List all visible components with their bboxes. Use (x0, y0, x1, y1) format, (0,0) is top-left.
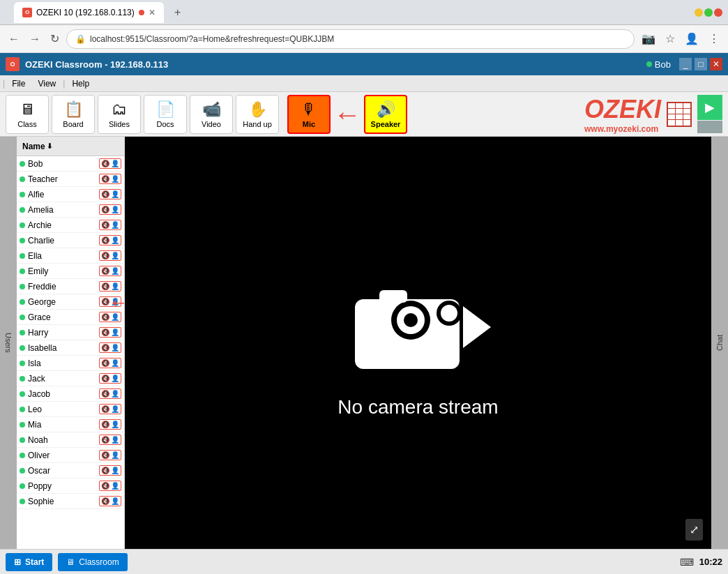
refresh-button[interactable]: ↻ (47, 29, 62, 48)
start-button[interactable]: ⊞ Start (6, 553, 52, 571)
mic-toggle-icon[interactable]: 🔇 (101, 298, 109, 305)
person-icon[interactable]: 👤 (111, 328, 119, 336)
user-action-icons[interactable]: 🔇👤 (99, 404, 121, 414)
mic-toggle-icon[interactable]: 🔇 (101, 451, 109, 459)
profile-button[interactable]: 👤 (682, 29, 702, 48)
user-action-icons[interactable]: 🔇👤 (99, 158, 121, 169)
app-close-button[interactable]: ✕ (710, 58, 722, 70)
person-icon[interactable]: 👤 (111, 313, 119, 321)
user-action-icons[interactable]: 🔇👤 (99, 312, 121, 322)
handup-button[interactable]: ✋ Hand up (236, 95, 279, 134)
person-icon[interactable]: 👤 (111, 405, 119, 413)
docs-button[interactable]: 📄 Docs (144, 95, 187, 134)
person-icon[interactable]: 👤 (111, 467, 119, 474)
window-maximize-button[interactable] (704, 8, 713, 17)
user-action-icons[interactable]: 🔇👤 (99, 481, 121, 491)
user-action-icons[interactable]: 🔇👤 (99, 388, 121, 399)
person-icon[interactable]: 👤 (111, 298, 119, 305)
keyboard-icon[interactable]: ⌨ (680, 557, 694, 568)
forward-button[interactable]: → (26, 30, 43, 48)
person-icon[interactable]: 👤 (111, 390, 119, 398)
window-close-button[interactable] (714, 8, 722, 17)
person-icon[interactable]: 👤 (111, 190, 119, 198)
user-action-icons[interactable]: 🔇👤 (99, 189, 121, 199)
mic-toggle-icon[interactable]: 🔇 (101, 359, 109, 367)
mic-toggle-icon[interactable]: 🔇 (101, 190, 109, 198)
mic-toggle-icon[interactable]: 🔇 (101, 436, 109, 444)
person-icon[interactable]: 👤 (111, 344, 119, 352)
user-action-icons[interactable]: 🔇👤 (99, 373, 121, 384)
mic-toggle-icon[interactable]: 🔇 (101, 160, 109, 167)
mic-toggle-icon[interactable]: 🔇 (101, 252, 109, 259)
users-tab[interactable]: Users (0, 137, 17, 549)
person-icon[interactable]: 👤 (111, 175, 119, 183)
mic-toggle-icon[interactable]: 🔇 (101, 344, 109, 352)
mic-toggle-icon[interactable]: 🔇 (101, 282, 109, 290)
new-tab-button[interactable]: + (169, 4, 186, 21)
person-icon[interactable]: 👤 (111, 482, 119, 490)
mic-toggle-icon[interactable]: 🔇 (101, 497, 109, 505)
person-icon[interactable]: 👤 (111, 375, 119, 382)
app-maximize-button[interactable]: □ (695, 58, 707, 70)
person-icon[interactable]: 👤 (111, 206, 119, 213)
person-icon[interactable]: 👤 (111, 497, 119, 505)
person-icon[interactable]: 👤 (111, 421, 119, 428)
mic-toggle-icon[interactable]: 🔇 (101, 175, 109, 183)
person-icon[interactable]: 👤 (111, 252, 119, 259)
mic-toggle-icon[interactable]: 🔇 (101, 390, 109, 398)
camera-button[interactable]: 📷 (639, 29, 658, 48)
menu-view[interactable]: View (32, 77, 61, 90)
mic-toggle-icon[interactable]: 🔇 (101, 482, 109, 490)
back-button[interactable]: ← (6, 30, 22, 48)
user-action-icons[interactable]: 🔇👤 (99, 450, 121, 460)
mic-toggle-icon[interactable]: 🔇 (101, 206, 109, 213)
user-action-icons[interactable]: 🔇👤 (99, 281, 121, 292)
mic-toggle-icon[interactable]: 🔇 (101, 467, 109, 474)
user-action-icons[interactable]: 🔇👤 (99, 465, 121, 476)
user-action-icons[interactable]: 🔇👤 (99, 327, 121, 338)
stop-button[interactable] (697, 121, 722, 133)
video-button[interactable]: 📹 Video (190, 95, 233, 134)
mic-button[interactable]: 🎙 Mic (287, 95, 331, 134)
person-icon[interactable]: 👤 (111, 359, 119, 367)
window-minimize-button[interactable] (695, 8, 703, 17)
bookmark-button[interactable]: ☆ (662, 29, 678, 48)
tab-close-button[interactable]: ✕ (149, 8, 156, 17)
menu-help[interactable]: Help (66, 77, 95, 90)
user-action-icons[interactable]: 🔇👤 (99, 174, 121, 184)
user-action-icons[interactable]: 🔇👤 (99, 204, 121, 215)
user-action-icons[interactable]: 🔇👤 (99, 266, 121, 276)
app-minimize-button[interactable]: _ (679, 58, 692, 70)
play-button[interactable]: ▶ (697, 95, 722, 120)
user-action-icons[interactable]: 🔇👤 (99, 435, 121, 445)
chat-tab[interactable]: Chat (711, 137, 728, 549)
mic-toggle-icon[interactable]: 🔇 (101, 236, 109, 244)
board-button[interactable]: 📋 Board (52, 95, 95, 134)
person-icon[interactable]: 👤 (111, 267, 119, 275)
mic-toggle-icon[interactable]: 🔇 (101, 313, 109, 321)
classroom-button[interactable]: 🖥 Classroom (58, 553, 127, 571)
user-action-icons[interactable]: 🔇👤 (99, 296, 121, 307)
person-icon[interactable]: 👤 (111, 451, 119, 459)
mic-toggle-icon[interactable]: 🔇 (101, 421, 109, 428)
mic-toggle-icon[interactable]: 🔇 (101, 328, 109, 336)
user-action-icons[interactable]: 🔇👤 (99, 496, 121, 506)
user-action-icons[interactable]: 🔇👤 (99, 250, 121, 261)
slides-button[interactable]: 🗂 Slides (98, 95, 141, 134)
person-icon[interactable]: 👤 (111, 160, 119, 167)
fullscreen-button[interactable]: ⤢ (685, 519, 703, 541)
class-button[interactable]: 🖥 Class (6, 95, 49, 134)
user-action-icons[interactable]: 🔇👤 (99, 235, 121, 246)
browser-tab[interactable]: O OZEKI 10 (192.168.0.113) ✕ (14, 2, 164, 23)
mic-toggle-icon[interactable]: 🔇 (101, 405, 109, 413)
user-action-icons[interactable]: 🔇👤 (99, 220, 121, 230)
user-action-icons[interactable]: 🔇👤 (99, 419, 121, 430)
user-action-icons[interactable]: 🔇👤 (99, 342, 121, 353)
person-icon[interactable]: 👤 (111, 436, 119, 444)
mic-toggle-icon[interactable]: 🔇 (101, 267, 109, 275)
person-icon[interactable]: 👤 (111, 282, 119, 290)
mic-toggle-icon[interactable]: 🔇 (101, 221, 109, 229)
address-bar[interactable]: 🔒 localhost:9515/Classroom/?a=Home&refre… (66, 29, 635, 49)
menu-button[interactable]: ⋮ (706, 29, 722, 48)
user-action-icons[interactable]: 🔇👤 (99, 358, 121, 368)
